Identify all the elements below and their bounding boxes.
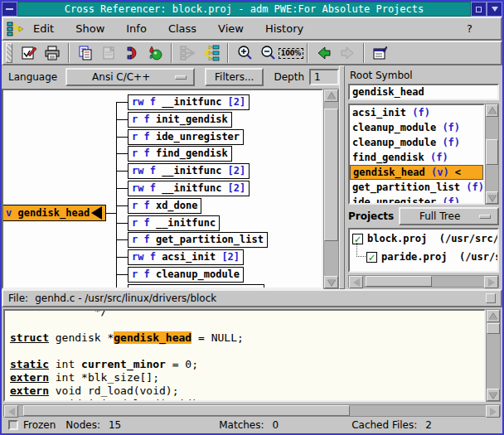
code-line bbox=[10, 318, 484, 331]
code-vertical-scrollbar[interactable] bbox=[486, 309, 501, 402]
code-line: struct gendisk *gendisk_head = NULL; bbox=[10, 331, 484, 345]
depth-input[interactable] bbox=[309, 69, 339, 85]
menu-show[interactable]: Show bbox=[75, 22, 104, 35]
xref-graph-icon[interactable] bbox=[177, 43, 199, 63]
paste-icon[interactable] bbox=[98, 43, 119, 63]
shade-button[interactable] bbox=[487, 2, 502, 17]
project-tree-item[interactable]: ✓paride.proj (/usr/src bbox=[350, 248, 497, 266]
graph-edge bbox=[116, 274, 128, 275]
toolbar-grip[interactable] bbox=[6, 43, 12, 63]
cached-files-value: 2 bbox=[425, 419, 432, 431]
projects-view-option-menu[interactable]: Full Tree bbox=[399, 207, 499, 225]
language-value: Ansi C/C++ bbox=[74, 71, 168, 83]
zoom-out-icon[interactable] bbox=[257, 43, 279, 63]
graph-node[interactable]: rw f __initfunc [2] bbox=[128, 163, 250, 179]
scroll-thumb[interactable] bbox=[487, 323, 500, 334]
vertical-splitter[interactable] bbox=[339, 65, 345, 289]
scroll-left-arrow[interactable] bbox=[4, 405, 18, 418]
project-tree-item[interactable]: ✓block.proj (/usr/src/lin bbox=[350, 230, 497, 248]
maximize-button[interactable] bbox=[471, 2, 487, 17]
upper-pane: Language Ansi C/C++ Filters... Depth v g… bbox=[2, 65, 502, 289]
scroll-down-arrow[interactable] bbox=[486, 191, 498, 204]
forward-icon[interactable] bbox=[337, 43, 358, 63]
scroll-right-arrow[interactable] bbox=[484, 276, 498, 288]
symbol-list-item[interactable]: acsi_init (f) bbox=[350, 105, 483, 120]
root-symbol-input[interactable] bbox=[348, 84, 499, 100]
graph-pane: Language Ansi C/C++ Filters... Depth v g… bbox=[2, 65, 339, 289]
scroll-down-arrow[interactable] bbox=[487, 389, 500, 401]
zoom-100-icon[interactable]: 100% bbox=[280, 43, 302, 63]
expand-tree-icon[interactable] bbox=[201, 43, 222, 63]
project-checkbox[interactable]: ✓ bbox=[366, 252, 377, 263]
graph-vertical-scrollbar[interactable] bbox=[323, 89, 339, 289]
menu-bar: EditShowInfoClassViewHistory ? bbox=[2, 17, 502, 41]
scroll-up-arrow[interactable] bbox=[486, 104, 498, 117]
graph-edge bbox=[116, 223, 128, 224]
graph-root-node[interactable]: v gendisk_head bbox=[2, 205, 106, 221]
graph-node[interactable] bbox=[128, 284, 264, 289]
scroll-thumb[interactable] bbox=[23, 405, 351, 416]
file-path: genhd.c - /usr/src/linux/drivers/block bbox=[35, 292, 216, 304]
symbol-list: acsi_init (f)cleanup_module (f)cleanup_m… bbox=[348, 104, 485, 205]
symbol-list-item[interactable]: cleanup_module (f) bbox=[350, 135, 483, 150]
graph-edge bbox=[116, 119, 128, 120]
scroll-up-arrow[interactable] bbox=[324, 89, 338, 102]
menu-class[interactable]: Class bbox=[168, 22, 196, 35]
menu-info[interactable]: Info bbox=[126, 22, 147, 35]
filters-button[interactable]: Filters... bbox=[205, 68, 264, 86]
scroll-thumb[interactable] bbox=[324, 109, 338, 241]
scroll-down-arrow[interactable] bbox=[324, 276, 338, 288]
back-icon[interactable] bbox=[313, 43, 335, 63]
edit-note-icon[interactable] bbox=[18, 43, 40, 63]
language-option-menu[interactable]: Ansi C/C++ bbox=[65, 68, 195, 86]
matches-value: 0 bbox=[273, 419, 279, 431]
colorize-icon[interactable] bbox=[144, 43, 166, 63]
scroll-left-arrow[interactable] bbox=[349, 276, 363, 288]
graph-node[interactable]: r f cleanup_module bbox=[128, 267, 244, 283]
symbol-list-item[interactable]: find_gendisk (f) bbox=[350, 150, 483, 165]
symbol-list-item[interactable]: get_partition_list (f) bbox=[350, 180, 483, 195]
magnet-icon[interactable] bbox=[121, 43, 143, 63]
menu-help[interactable]: ? bbox=[467, 22, 472, 35]
scroll-up-arrow[interactable] bbox=[487, 310, 500, 322]
copy-icon[interactable] bbox=[75, 43, 96, 63]
root-node-name: gendisk_head bbox=[17, 207, 90, 219]
language-label: Language bbox=[8, 71, 57, 83]
pane-sash-handle[interactable] bbox=[486, 293, 496, 303]
frozen-checkbox[interactable] bbox=[8, 420, 18, 430]
menu-edit[interactable]: Edit bbox=[33, 22, 54, 35]
graph-node[interactable]: r f get_partition_list bbox=[128, 232, 268, 248]
graph-node[interactable]: r f init_gendisk bbox=[128, 112, 232, 128]
scroll-right-arrow[interactable] bbox=[486, 405, 500, 418]
menu-view[interactable]: View bbox=[218, 22, 244, 35]
symbol-list-scrollbar[interactable] bbox=[485, 104, 499, 205]
symbol-list-item[interactable]: cleanup_module (f) bbox=[350, 120, 483, 135]
graph-node[interactable]: r f xd_done bbox=[128, 198, 201, 214]
option-menu-indicator bbox=[479, 215, 491, 219]
code-horizontal-scrollbar[interactable] bbox=[3, 404, 501, 417]
window-properties-icon[interactable] bbox=[370, 43, 391, 63]
graph-node[interactable]: r f ide_unregister bbox=[128, 129, 244, 145]
code-line: extern int *blk_size[]; bbox=[10, 371, 484, 384]
scroll-thumb[interactable] bbox=[366, 276, 432, 287]
scroll-thumb[interactable] bbox=[486, 139, 498, 165]
graph-node[interactable]: rw f __initfunc [2] bbox=[128, 181, 250, 196]
graph-node[interactable]: r f __initfunc bbox=[128, 215, 220, 231]
code-line: */ bbox=[10, 309, 484, 318]
nodes-label: Nodes: bbox=[65, 419, 100, 431]
window-menu-button[interactable] bbox=[2, 2, 17, 17]
graph-node[interactable]: rw f __initfunc [2] bbox=[128, 94, 250, 110]
graph-node[interactable]: r f find_gendisk bbox=[128, 146, 232, 162]
language-row: Language Ansi C/C++ Filters... Depth bbox=[2, 65, 339, 89]
symbol-list-item[interactable]: ide_unregister (f) bbox=[350, 195, 483, 205]
title-bar[interactable]: Cross Referencer: block.proj - adm PWE:F… bbox=[2, 2, 502, 17]
menu-history[interactable]: History bbox=[265, 22, 303, 35]
symbol-pane: Root Symbol acsi_init (f)cleanup_module … bbox=[345, 65, 502, 289]
nodes-value: 15 bbox=[109, 419, 121, 431]
projects-horizontal-scrollbar[interactable] bbox=[348, 275, 499, 288]
print-icon[interactable] bbox=[41, 43, 63, 63]
zoom-in-icon[interactable] bbox=[234, 43, 255, 63]
symbol-list-item[interactable]: gendisk_head (v) < bbox=[350, 165, 483, 180]
highlighted-symbol[interactable]: gendisk_head bbox=[114, 331, 191, 344]
graph-node[interactable]: rw f acsi_init [2] bbox=[128, 249, 244, 265]
